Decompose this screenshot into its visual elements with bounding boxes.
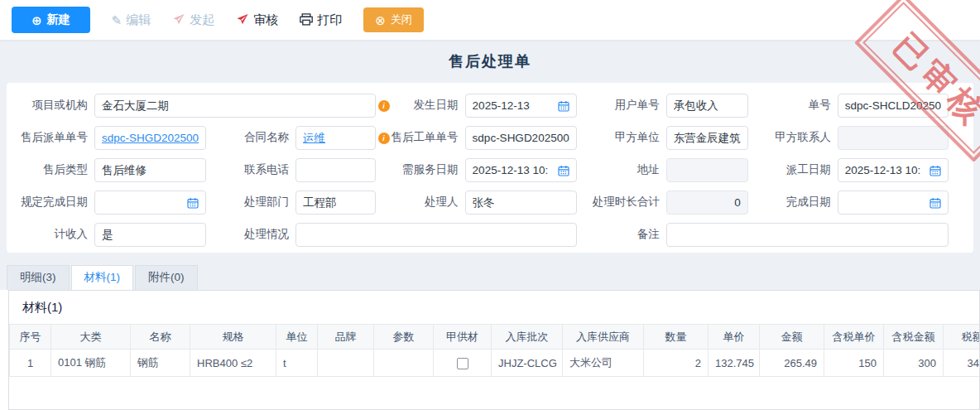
- field-label: 售后类型: [18, 163, 94, 177]
- paper-plane-icon: [172, 13, 185, 27]
- field-remark: 备注: [590, 223, 962, 247]
- tab-attachment[interactable]: 附件(0): [135, 265, 198, 290]
- calendar-icon[interactable]: [930, 165, 941, 176]
- paper-plane-icon: [236, 13, 249, 27]
- edit-button[interactable]: ✎ 编辑: [112, 12, 151, 28]
- calendar-icon[interactable]: [558, 165, 569, 176]
- launch-button[interactable]: 发起: [172, 12, 214, 28]
- cell-taxed-unit-price: 150: [824, 350, 884, 377]
- cell-tax: 34.51: [944, 350, 980, 377]
- col-taxed-unit-price: 含税单价: [824, 325, 884, 350]
- tab-detail[interactable]: 明细(3): [7, 265, 70, 290]
- owner-supplied-checkbox[interactable]: [457, 358, 468, 369]
- page-title: 售后处理单: [449, 51, 531, 71]
- tab-material[interactable]: 材料(1): [71, 265, 134, 290]
- col-inbound-batch: 入库批次: [492, 325, 563, 350]
- income-input[interactable]: 是: [94, 223, 206, 247]
- field-label: 需服务日期: [389, 163, 465, 177]
- field-address: 地址: [590, 158, 761, 182]
- contract-name-link-input[interactable]: 运维: [295, 126, 376, 150]
- duration-total-input[interactable]: 0: [666, 191, 748, 215]
- printer-icon: [300, 13, 313, 27]
- info-icon[interactable]: i: [378, 100, 390, 112]
- print-button[interactable]: 打印: [300, 12, 342, 28]
- finish-date-input[interactable]: [838, 191, 949, 215]
- table-row[interactable]: 1 0101 钢筋 钢筋 HRB400 ≤2 t JHJZ-CLCG 大米公司 …: [10, 350, 980, 377]
- field-project-or-org: 项目或机构 金石大厦二期 i: [18, 94, 389, 118]
- need-service-date-input[interactable]: 2025-12-13 10:: [465, 158, 577, 182]
- field-work-order-no: 售后工单单号 sdpc-SHGD202500: [389, 126, 590, 150]
- remark-input[interactable]: [666, 223, 949, 247]
- occur-date-input[interactable]: 2025-12-13: [465, 94, 577, 118]
- cell-seq: 1: [10, 350, 51, 377]
- field-label: 售后工单单号: [389, 131, 465, 145]
- field-handler: 处理人 张冬: [389, 191, 590, 215]
- field-income: 计收入 是: [18, 223, 219, 247]
- cell-owner-supplied: [434, 350, 492, 377]
- field-occur-date: 发生日期 2025-12-13: [389, 94, 590, 118]
- print-button-label: 打印: [317, 12, 342, 28]
- address-input[interactable]: [666, 158, 748, 182]
- plus-circle-icon: ⊕: [31, 14, 42, 27]
- cell-name: 钢筋: [131, 350, 190, 377]
- material-section-title: 材料(1): [9, 291, 979, 324]
- dept-input[interactable]: 工程部: [295, 191, 376, 215]
- party-a-unit-input[interactable]: 东营金辰建筑: [666, 126, 748, 150]
- dispatch-order-link[interactable]: sdpc-SHGD202500: [102, 132, 199, 144]
- order-no-input[interactable]: sdpc-SHCLD20250: [838, 94, 949, 118]
- audit-button-label: 审核: [253, 12, 278, 28]
- field-label: 规定完成日期: [18, 195, 94, 210]
- field-order-no: 单号 sdpc-SHCLD20250: [761, 94, 962, 118]
- field-label: 地址: [590, 163, 666, 177]
- field-label: 联系电话: [219, 163, 295, 177]
- col-param: 参数: [374, 325, 434, 350]
- field-dept: 处理部门 工程部: [219, 191, 389, 215]
- col-unit: 单位: [276, 325, 318, 350]
- dispatch-order-link-input[interactable]: sdpc-SHGD202500: [94, 126, 206, 150]
- toolbar: ⊕ 新建 ✎ 编辑 发起 审核 打印 ⊗ 关闭: [0, 0, 980, 40]
- field-label: 计收入: [18, 228, 94, 242]
- service-type-input[interactable]: 售后维修: [94, 158, 206, 182]
- audit-button[interactable]: 审核: [236, 12, 278, 28]
- material-section: 材料(1) 序号 大类 名称 规格 单位 品牌 参数 甲供材 入库批次: [8, 290, 980, 410]
- party-a-contact-input[interactable]: [838, 126, 949, 150]
- field-label: 项目或机构: [18, 99, 94, 113]
- field-user-order: 用户单号 承包收入: [590, 94, 761, 118]
- new-button[interactable]: ⊕ 新建: [12, 7, 90, 33]
- tab-content-panel: 材料(1) 序号 大类 名称 规格 单位 品牌 参数 甲供材 入库批次: [0, 290, 980, 410]
- calendar-icon[interactable]: [558, 100, 569, 112]
- info-icon[interactable]: i: [378, 133, 390, 144]
- col-inbound-supplier: 入库供应商: [563, 325, 644, 350]
- handler-input[interactable]: 张冬: [465, 191, 577, 215]
- situation-input[interactable]: [295, 223, 577, 247]
- cell-spec: HRB400 ≤2: [190, 350, 276, 377]
- field-label: 处理时长合计: [590, 195, 666, 210]
- cell-inbound-supplier: 大米公司: [563, 350, 644, 377]
- field-label: 处理人: [389, 195, 465, 210]
- contract-name-link[interactable]: 运维: [303, 131, 325, 146]
- field-label: 单号: [761, 99, 838, 113]
- user-order-input[interactable]: 承包收入: [666, 94, 748, 118]
- field-label: 甲方联系人: [761, 131, 838, 145]
- field-label: 处理部门: [219, 195, 295, 210]
- phone-input[interactable]: [295, 158, 376, 182]
- cell-inbound-batch: JHJZ-CLCG: [492, 350, 563, 377]
- col-spec: 规格: [190, 325, 276, 350]
- field-label: 处理情况: [219, 228, 295, 242]
- project-or-org-input[interactable]: 金石大厦二期: [94, 94, 376, 118]
- close-circle-icon: ⊗: [375, 14, 386, 27]
- close-button[interactable]: ⊗ 关闭: [363, 7, 424, 32]
- cell-brand: [318, 350, 374, 377]
- calendar-icon[interactable]: [187, 197, 199, 209]
- calendar-icon[interactable]: [930, 197, 941, 209]
- field-label: 甲方单位: [590, 131, 666, 145]
- col-unit-price: 单价: [709, 325, 760, 350]
- edit-button-label: 编辑: [126, 12, 151, 28]
- work-order-input[interactable]: sdpc-SHGD202500: [465, 126, 577, 150]
- field-dispatch-date: 派工日期 2025-12-13 10:: [761, 158, 962, 182]
- field-dispatch-order-no: 售后派单单号 sdpc-SHGD202500: [18, 126, 219, 150]
- required-finish-date-input[interactable]: [94, 191, 206, 215]
- dispatch-date-input[interactable]: 2025-12-13 10:: [838, 158, 949, 182]
- field-phone: 联系电话: [219, 158, 389, 182]
- cell-taxed-amount: 300: [884, 350, 944, 377]
